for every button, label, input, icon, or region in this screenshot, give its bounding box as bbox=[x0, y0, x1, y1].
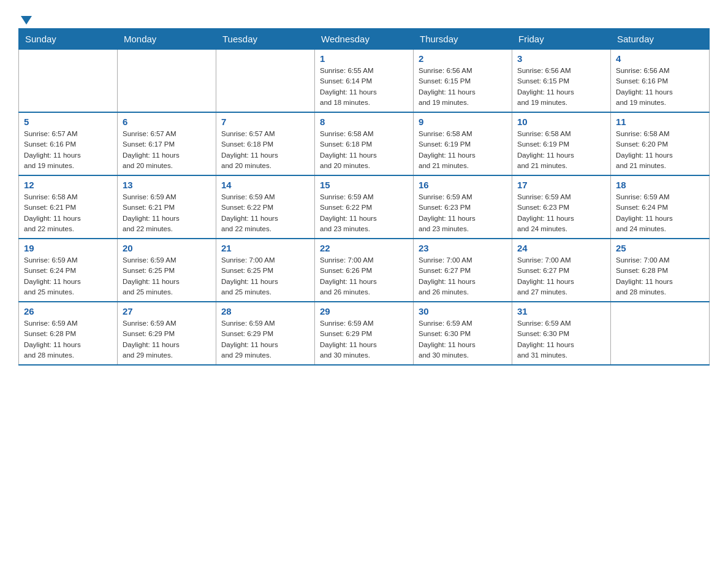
header-monday: Monday bbox=[118, 29, 216, 50]
day-info: Sunrise: 6:59 AM Sunset: 6:24 PM Dayligh… bbox=[616, 192, 704, 234]
day-info: Sunrise: 6:59 AM Sunset: 6:24 PM Dayligh… bbox=[24, 255, 112, 297]
header-wednesday: Wednesday bbox=[315, 29, 414, 50]
day-number: 25 bbox=[616, 243, 704, 253]
day-number: 14 bbox=[221, 180, 309, 190]
day-info: Sunrise: 6:57 AM Sunset: 6:18 PM Dayligh… bbox=[221, 129, 309, 171]
calendar-cell: 22Sunrise: 7:00 AM Sunset: 6:26 PM Dayli… bbox=[315, 239, 414, 302]
day-info: Sunrise: 6:59 AM Sunset: 6:28 PM Dayligh… bbox=[24, 318, 112, 361]
day-info: Sunrise: 6:59 AM Sunset: 6:22 PM Dayligh… bbox=[320, 192, 408, 234]
calendar-cell: 17Sunrise: 6:59 AM Sunset: 6:23 PM Dayli… bbox=[512, 175, 611, 239]
day-info: Sunrise: 6:59 AM Sunset: 6:30 PM Dayligh… bbox=[517, 318, 605, 361]
calendar-cell: 10Sunrise: 6:58 AM Sunset: 6:19 PM Dayli… bbox=[512, 112, 611, 175]
day-number: 19 bbox=[24, 243, 112, 253]
day-number: 24 bbox=[517, 243, 605, 253]
calendar-cell: 25Sunrise: 7:00 AM Sunset: 6:28 PM Dayli… bbox=[611, 239, 710, 302]
calendar-cell: 7Sunrise: 6:57 AM Sunset: 6:18 PM Daylig… bbox=[216, 112, 315, 175]
day-info: Sunrise: 6:58 AM Sunset: 6:21 PM Dayligh… bbox=[24, 192, 112, 234]
day-info: Sunrise: 6:56 AM Sunset: 6:15 PM Dayligh… bbox=[517, 66, 605, 108]
day-number: 23 bbox=[419, 243, 507, 253]
day-info: Sunrise: 6:58 AM Sunset: 6:19 PM Dayligh… bbox=[517, 129, 605, 171]
day-number: 22 bbox=[320, 243, 408, 253]
calendar-cell: 6Sunrise: 6:57 AM Sunset: 6:17 PM Daylig… bbox=[118, 112, 216, 175]
day-info: Sunrise: 6:55 AM Sunset: 6:14 PM Dayligh… bbox=[320, 66, 408, 108]
day-info: Sunrise: 6:58 AM Sunset: 6:18 PM Dayligh… bbox=[320, 129, 408, 171]
day-number: 3 bbox=[517, 53, 605, 64]
day-info: Sunrise: 6:56 AM Sunset: 6:15 PM Dayligh… bbox=[419, 66, 507, 108]
day-info: Sunrise: 6:59 AM Sunset: 6:25 PM Dayligh… bbox=[123, 255, 211, 297]
day-number: 13 bbox=[123, 180, 211, 190]
calendar-week-row: 5Sunrise: 6:57 AM Sunset: 6:16 PM Daylig… bbox=[19, 112, 710, 175]
header-tuesday: Tuesday bbox=[216, 29, 315, 50]
calendar-cell: 27Sunrise: 6:59 AM Sunset: 6:29 PM Dayli… bbox=[118, 302, 216, 365]
calendar-cell: 1Sunrise: 6:55 AM Sunset: 6:14 PM Daylig… bbox=[315, 50, 414, 113]
calendar-week-row: 19Sunrise: 6:59 AM Sunset: 6:24 PM Dayli… bbox=[19, 239, 710, 302]
day-number: 18 bbox=[616, 180, 704, 190]
calendar-cell: 9Sunrise: 6:58 AM Sunset: 6:19 PM Daylig… bbox=[414, 112, 512, 175]
logo-triangle-icon bbox=[20, 13, 33, 27]
calendar-cell: 18Sunrise: 6:59 AM Sunset: 6:24 PM Dayli… bbox=[611, 175, 710, 239]
day-number: 5 bbox=[24, 117, 112, 127]
header-friday: Friday bbox=[512, 29, 611, 50]
day-number: 31 bbox=[517, 306, 605, 316]
calendar-cell: 2Sunrise: 6:56 AM Sunset: 6:15 PM Daylig… bbox=[414, 50, 512, 113]
calendar-cell: 16Sunrise: 6:59 AM Sunset: 6:23 PM Dayli… bbox=[414, 175, 512, 239]
calendar-cell: 21Sunrise: 7:00 AM Sunset: 6:25 PM Dayli… bbox=[216, 239, 315, 302]
header-thursday: Thursday bbox=[414, 29, 512, 50]
header-saturday: Saturday bbox=[611, 29, 710, 50]
day-number: 26 bbox=[24, 306, 112, 316]
calendar-cell: 15Sunrise: 6:59 AM Sunset: 6:22 PM Dayli… bbox=[315, 175, 414, 239]
day-number: 6 bbox=[123, 117, 211, 127]
day-number: 7 bbox=[221, 117, 309, 127]
day-number: 16 bbox=[419, 180, 507, 190]
calendar-cell: 11Sunrise: 6:58 AM Sunset: 6:20 PM Dayli… bbox=[611, 112, 710, 175]
calendar-cell: 13Sunrise: 6:59 AM Sunset: 6:21 PM Dayli… bbox=[118, 175, 216, 239]
day-info: Sunrise: 6:56 AM Sunset: 6:16 PM Dayligh… bbox=[616, 66, 704, 108]
calendar-cell: 29Sunrise: 6:59 AM Sunset: 6:29 PM Dayli… bbox=[315, 302, 414, 365]
calendar-cell: 31Sunrise: 6:59 AM Sunset: 6:30 PM Dayli… bbox=[512, 302, 611, 365]
day-number: 9 bbox=[419, 117, 507, 127]
day-number: 17 bbox=[517, 180, 605, 190]
day-info: Sunrise: 7:00 AM Sunset: 6:27 PM Dayligh… bbox=[419, 255, 507, 297]
calendar-cell: 30Sunrise: 6:59 AM Sunset: 6:30 PM Dayli… bbox=[414, 302, 512, 365]
calendar-cell: 23Sunrise: 7:00 AM Sunset: 6:27 PM Dayli… bbox=[414, 239, 512, 302]
day-info: Sunrise: 6:57 AM Sunset: 6:16 PM Dayligh… bbox=[24, 129, 112, 171]
calendar-cell: 20Sunrise: 6:59 AM Sunset: 6:25 PM Dayli… bbox=[118, 239, 216, 302]
day-info: Sunrise: 6:59 AM Sunset: 6:23 PM Dayligh… bbox=[517, 192, 605, 234]
day-number: 29 bbox=[320, 306, 408, 316]
day-info: Sunrise: 6:59 AM Sunset: 6:21 PM Dayligh… bbox=[123, 192, 211, 234]
day-info: Sunrise: 7:00 AM Sunset: 6:25 PM Dayligh… bbox=[221, 255, 309, 297]
day-number: 2 bbox=[419, 53, 507, 64]
calendar-header-row: SundayMondayTuesdayWednesdayThursdayFrid… bbox=[19, 29, 710, 50]
day-number: 1 bbox=[320, 53, 408, 64]
day-number: 27 bbox=[123, 306, 211, 316]
svg-marker-0 bbox=[21, 16, 32, 25]
logo bbox=[18, 12, 33, 22]
day-info: Sunrise: 6:59 AM Sunset: 6:29 PM Dayligh… bbox=[320, 318, 408, 361]
day-info: Sunrise: 6:57 AM Sunset: 6:17 PM Dayligh… bbox=[123, 129, 211, 171]
day-number: 28 bbox=[221, 306, 309, 316]
calendar-cell: 14Sunrise: 6:59 AM Sunset: 6:22 PM Dayli… bbox=[216, 175, 315, 239]
day-info: Sunrise: 7:00 AM Sunset: 6:27 PM Dayligh… bbox=[517, 255, 605, 297]
day-number: 4 bbox=[616, 53, 704, 64]
day-info: Sunrise: 6:59 AM Sunset: 6:29 PM Dayligh… bbox=[123, 318, 211, 361]
calendar-cell: 5Sunrise: 6:57 AM Sunset: 6:16 PM Daylig… bbox=[19, 112, 118, 175]
day-number: 8 bbox=[320, 117, 408, 127]
calendar-cell bbox=[611, 302, 710, 365]
calendar-cell bbox=[19, 50, 118, 113]
day-number: 30 bbox=[419, 306, 507, 316]
calendar-cell: 26Sunrise: 6:59 AM Sunset: 6:28 PM Dayli… bbox=[19, 302, 118, 365]
calendar-cell: 24Sunrise: 7:00 AM Sunset: 6:27 PM Dayli… bbox=[512, 239, 611, 302]
calendar-cell: 8Sunrise: 6:58 AM Sunset: 6:18 PM Daylig… bbox=[315, 112, 414, 175]
calendar-table: SundayMondayTuesdayWednesdayThursdayFrid… bbox=[18, 28, 710, 366]
day-info: Sunrise: 6:59 AM Sunset: 6:23 PM Dayligh… bbox=[419, 192, 507, 234]
day-number: 15 bbox=[320, 180, 408, 190]
calendar-week-row: 26Sunrise: 6:59 AM Sunset: 6:28 PM Dayli… bbox=[19, 302, 710, 365]
day-number: 21 bbox=[221, 243, 309, 253]
day-info: Sunrise: 6:59 AM Sunset: 6:22 PM Dayligh… bbox=[221, 192, 309, 234]
calendar-week-row: 12Sunrise: 6:58 AM Sunset: 6:21 PM Dayli… bbox=[19, 175, 710, 239]
day-info: Sunrise: 6:58 AM Sunset: 6:19 PM Dayligh… bbox=[419, 129, 507, 171]
day-number: 20 bbox=[123, 243, 211, 253]
day-number: 10 bbox=[517, 117, 605, 127]
day-info: Sunrise: 7:00 AM Sunset: 6:26 PM Dayligh… bbox=[320, 255, 408, 297]
calendar-cell bbox=[118, 50, 216, 113]
